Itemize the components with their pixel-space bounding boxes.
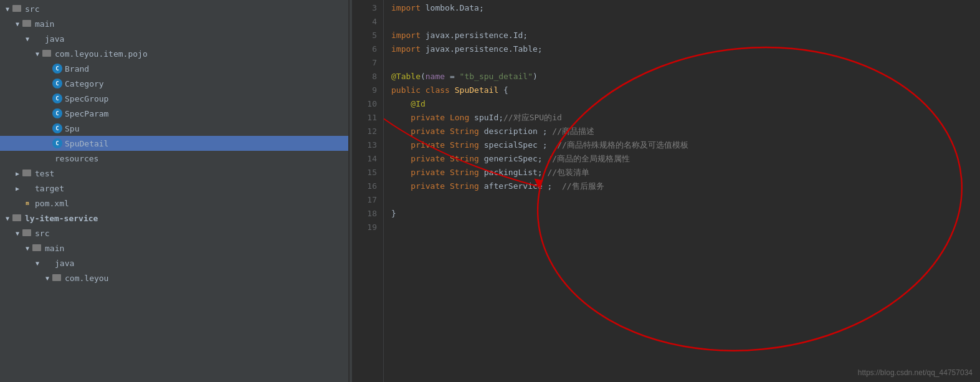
- code-line-10: @Id: [391, 97, 980, 111]
- label-main: main: [35, 19, 54, 29]
- arrow-src: [2, 6, 12, 12]
- code-line-5: import javax.persistence.Id;: [391, 29, 980, 42]
- arrow-java: [22, 36, 32, 42]
- code-line-19: [391, 221, 980, 234]
- tree-item-category[interactable]: C Category: [0, 76, 348, 91]
- label-pomxml: pom.xml: [35, 199, 69, 208]
- folder-icon-src: [12, 4, 22, 13]
- tree-item-specparam[interactable]: C SpecParam: [0, 106, 348, 121]
- code-line-13: private String specialSpec ; //商品特殊规格的名称…: [391, 138, 980, 152]
- code-editor: 3 4 5 6 7 8 9 10 11 12 13 14 15 16 17 18…: [353, 0, 980, 382]
- label-specgroup: SpecGroup: [65, 94, 108, 103]
- arrow-ly-item-service: [2, 215, 12, 222]
- arrow-test: [12, 170, 22, 177]
- label-src: src: [25, 4, 39, 14]
- label-target: target: [35, 184, 64, 193]
- folder-icon-pojo: [42, 49, 52, 58]
- file-tree: src main java com.leyou.item.pojo C Bran…: [0, 0, 349, 382]
- arrow-target: [12, 185, 22, 192]
- folder-icon-src2: [22, 229, 32, 237]
- arrow-src2: [12, 230, 22, 237]
- code-line-12: private String description ; //商品描述: [391, 125, 980, 138]
- tree-item-com-leyou[interactable]: com.leyou: [0, 270, 348, 285]
- folder-icon-ly-item-service: [12, 214, 22, 222]
- tree-item-src[interactable]: src: [0, 1, 348, 16]
- tree-item-ly-item-service[interactable]: ly-item-service: [0, 211, 348, 226]
- tree-item-main[interactable]: main: [0, 16, 348, 31]
- code-line-7: [391, 56, 980, 70]
- label-pojo: com.leyou.item.pojo: [55, 49, 148, 59]
- class-icon-specgroup: C: [52, 93, 62, 103]
- arrow-com-leyou: [42, 275, 52, 282]
- tree-item-main2[interactable]: main: [0, 241, 348, 255]
- tree-item-java[interactable]: java: [0, 31, 348, 46]
- tree-item-specgroup[interactable]: C SpecGroup: [0, 91, 348, 106]
- code-line-15: private String packingList; //包装清单: [391, 166, 980, 179]
- label-spudetail: SpuDetail: [65, 139, 108, 148]
- arrow-java2: [32, 260, 42, 267]
- label-specparam: SpecParam: [65, 109, 108, 118]
- code-line-17: [391, 193, 980, 207]
- tree-item-pomxml[interactable]: m pom.xml: [0, 196, 348, 211]
- code-line-18: }: [391, 207, 980, 221]
- tree-item-target[interactable]: target: [0, 181, 348, 196]
- code-line-14: private String genericSpec; //商品的全局规格属性: [391, 152, 980, 166]
- tree-item-resources[interactable]: resources: [0, 151, 348, 166]
- label-ly-item-service: ly-item-service: [25, 214, 98, 223]
- folder-icon-java: [32, 34, 42, 43]
- code-content[interactable]: import lombok.Data; import javax.persist…: [384, 0, 980, 382]
- label-category: Category: [65, 79, 104, 88]
- folder-icon-com-leyou: [52, 274, 62, 282]
- arrow-main: [12, 21, 22, 27]
- folder-icon-main: [22, 19, 32, 28]
- watermark: https://blog.csdn.net/qq_44757034: [858, 368, 973, 377]
- code-line-9: public class SpuDetail {: [391, 84, 980, 97]
- folder-icon-main2: [32, 244, 42, 252]
- code-line-3: import lombok.Data;: [391, 1, 980, 15]
- class-icon-spudetail: C: [52, 138, 62, 148]
- class-icon-specparam: C: [52, 108, 62, 118]
- arrow-pojo: [32, 50, 42, 57]
- label-test: test: [35, 169, 54, 178]
- code-line-8: @Table(name = "tb_spu_detail"): [391, 70, 980, 84]
- label-com-leyou: com.leyou: [65, 274, 108, 283]
- tree-item-test[interactable]: test: [0, 166, 348, 181]
- tree-item-brand[interactable]: C Brand: [0, 61, 348, 76]
- label-java: java: [45, 34, 64, 44]
- label-brand: Brand: [65, 64, 89, 74]
- label-spu: Spu: [65, 124, 79, 133]
- label-resources: resources: [55, 154, 98, 163]
- tree-item-pojo[interactable]: com.leyou.item.pojo: [0, 46, 348, 61]
- folder-icon-resources: [42, 154, 52, 163]
- arrow-main2: [22, 245, 32, 252]
- code-line-11: private Long spuId;//对应SPU的id: [391, 111, 980, 125]
- line-numbers: 3 4 5 6 7 8 9 10 11 12 13 14 15 16 17 18…: [353, 0, 384, 382]
- class-icon-brand: C: [52, 64, 62, 74]
- class-icon-category: C: [52, 79, 62, 88]
- label-src2: src: [35, 229, 49, 238]
- folder-icon-java2: [42, 259, 52, 267]
- folder-icon-test: [22, 169, 32, 178]
- code-line-6: import javax.persistence.Table;: [391, 42, 980, 56]
- tree-item-spu[interactable]: C Spu: [0, 121, 348, 136]
- class-icon-spu: C: [52, 123, 62, 133]
- label-main2: main: [45, 244, 64, 253]
- tree-item-java2[interactable]: java: [0, 255, 348, 270]
- code-line-4: [391, 15, 980, 29]
- folder-icon-target: [22, 184, 32, 193]
- label-java2: java: [55, 259, 74, 268]
- code-line-16: private String afterService ; //售后服务: [391, 179, 980, 193]
- tree-item-spudetail[interactable]: C SpuDetail: [0, 136, 348, 151]
- xml-icon-pomxml: m: [22, 199, 32, 208]
- tree-item-src2[interactable]: src: [0, 226, 348, 241]
